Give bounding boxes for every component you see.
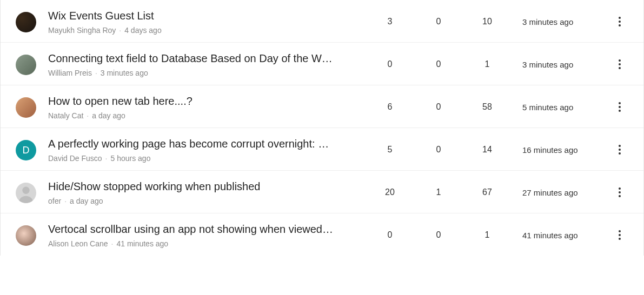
user-silhouette-icon	[16, 183, 36, 203]
avatar-cell	[16, 11, 48, 32]
row-actions-button[interactable]	[609, 187, 630, 197]
last-activity: 16 minutes ago	[512, 145, 609, 155]
count-column-3: 10	[463, 17, 512, 26]
avatar-cell	[16, 224, 48, 246]
avatar-cell	[16, 182, 48, 203]
topic-meta: William Preis·3 minutes ago	[48, 69, 355, 77]
topic-title[interactable]: Wix Events Guest List	[48, 9, 340, 23]
topic-title[interactable]: A perfectly working page has become corr…	[48, 137, 340, 151]
more-vertical-icon	[619, 187, 621, 197]
last-activity: 27 minutes ago	[512, 188, 609, 197]
row-actions-button[interactable]	[609, 59, 630, 69]
count-column-3: 1	[463, 230, 512, 240]
topic-title[interactable]: Vertocal scrollbar using an app not show…	[48, 222, 340, 236]
svg-point-0	[22, 187, 29, 194]
topic-row: Connecting text field to Database Based …	[1, 43, 643, 85]
author-name[interactable]: Mayukh Singha Roy	[48, 26, 116, 35]
count-column-3: 67	[463, 187, 512, 197]
topic-cell: A perfectly working page has become corr…	[48, 137, 366, 163]
topic-row: Vertocal scrollbar using an app not show…	[1, 213, 643, 256]
author-name[interactable]: William Preis	[48, 69, 92, 77]
count-column-1: 0	[366, 230, 414, 240]
count-column-3: 14	[463, 145, 512, 155]
count-column-1: 6	[366, 102, 414, 112]
more-vertical-icon	[619, 230, 621, 240]
topic-meta: Alison Leon Cane·41 minutes ago	[48, 239, 355, 248]
avatar-cell	[16, 96, 48, 118]
count-column-1: 5	[366, 145, 414, 155]
topic-meta: Nataly Cat·a day ago	[48, 111, 355, 120]
avatar-cell: D	[16, 139, 48, 160]
row-actions-button[interactable]	[609, 230, 630, 240]
separator-dot: ·	[116, 26, 124, 35]
last-activity: 41 minutes ago	[512, 231, 609, 240]
author-name[interactable]: Alison Leon Cane	[48, 239, 108, 248]
count-column-3: 1	[463, 59, 512, 69]
topic-row: Hide/Show stopped working when published…	[1, 171, 643, 213]
separator-dot: ·	[92, 69, 101, 77]
row-actions-button[interactable]	[609, 102, 630, 112]
author-name[interactable]: ofer	[48, 197, 61, 205]
avatar[interactable]	[16, 183, 36, 203]
topic-cell: How to open new tab here....?Nataly Cat·…	[48, 94, 366, 120]
last-activity: 3 minutes ago	[512, 60, 609, 69]
author-name[interactable]: David De Fusco	[48, 154, 102, 163]
separator-dot: ·	[61, 197, 70, 205]
posted-time: 3 minutes ago	[101, 69, 148, 77]
avatar[interactable]	[16, 12, 36, 32]
row-actions-button[interactable]	[609, 17, 630, 26]
count-column-2: 0	[414, 59, 463, 69]
topic-list: Wix Events Guest ListMayukh Singha Roy·4…	[0, 0, 644, 256]
separator-dot: ·	[83, 111, 92, 120]
more-vertical-icon	[619, 17, 621, 26]
topic-row: DA perfectly working page has become cor…	[1, 128, 643, 171]
author-name[interactable]: Nataly Cat	[48, 111, 83, 120]
posted-time: 4 days ago	[124, 26, 162, 35]
more-vertical-icon	[619, 102, 621, 112]
topic-title[interactable]: How to open new tab here....?	[48, 94, 340, 108]
posted-time: a day ago	[70, 197, 103, 205]
count-column-2: 0	[414, 102, 463, 112]
topic-meta: Mayukh Singha Roy·4 days ago	[48, 26, 355, 35]
posted-time: 5 hours ago	[110, 154, 150, 163]
avatar[interactable]	[16, 225, 36, 246]
topic-meta: David De Fusco·5 hours ago	[48, 154, 355, 163]
last-activity: 5 minutes ago	[512, 103, 609, 112]
more-vertical-icon	[619, 59, 621, 69]
count-column-2: 1	[414, 187, 463, 197]
count-column-1: 20	[366, 187, 414, 197]
avatar-cell	[16, 53, 48, 75]
count-column-2: 0	[414, 145, 463, 155]
posted-time: a day ago	[92, 111, 125, 120]
topic-cell: Wix Events Guest ListMayukh Singha Roy·4…	[48, 9, 366, 35]
avatar[interactable]	[16, 55, 36, 75]
topic-meta: ofer·a day ago	[48, 197, 355, 205]
topic-cell: Connecting text field to Database Based …	[48, 51, 366, 77]
row-actions-button[interactable]	[609, 145, 630, 155]
topic-title[interactable]: Hide/Show stopped working when published	[48, 179, 340, 193]
topic-row: Wix Events Guest ListMayukh Singha Roy·4…	[1, 0, 643, 43]
avatar[interactable]: D	[16, 140, 36, 160]
more-vertical-icon	[619, 145, 621, 155]
topic-title[interactable]: Connecting text field to Database Based …	[48, 51, 340, 65]
avatar[interactable]	[16, 97, 36, 118]
topic-cell: Hide/Show stopped working when published…	[48, 179, 366, 205]
topic-row: How to open new tab here....?Nataly Cat·…	[1, 85, 643, 128]
count-column-2: 0	[414, 17, 463, 26]
separator-dot: ·	[108, 239, 117, 248]
posted-time: 41 minutes ago	[116, 239, 168, 248]
count-column-2: 0	[414, 230, 463, 240]
count-column-3: 58	[463, 102, 512, 112]
topic-cell: Vertocal scrollbar using an app not show…	[48, 222, 366, 248]
last-activity: 3 minutes ago	[512, 17, 609, 26]
count-column-1: 0	[366, 59, 414, 69]
count-column-1: 3	[366, 17, 414, 26]
separator-dot: ·	[102, 154, 111, 163]
